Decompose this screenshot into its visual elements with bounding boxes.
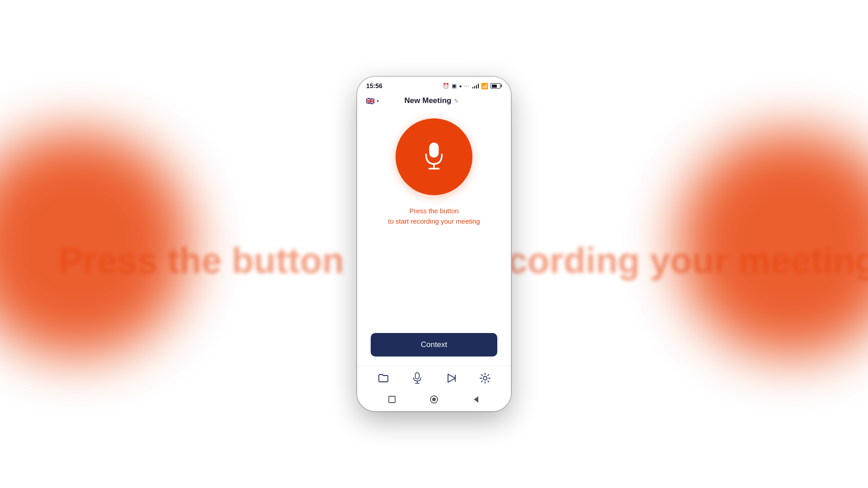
signal-bar-1	[472, 87, 474, 89]
app-header: 🇬🇧 ▾ New Meeting ✎	[357, 92, 511, 109]
nav-settings[interactable]	[474, 371, 496, 386]
nav-files[interactable]	[372, 371, 395, 386]
flag-icon: 🇬🇧	[365, 96, 375, 106]
language-selector[interactable]: 🇬🇧 ▾	[365, 96, 379, 106]
svg-point-8	[483, 376, 487, 380]
back-icon	[472, 395, 480, 404]
edit-icon[interactable]: ✎	[454, 98, 459, 104]
chevron-down-icon: ▾	[377, 99, 379, 103]
dot-icon: ●	[459, 84, 462, 89]
signal-bar-2	[474, 86, 476, 89]
signal-bars	[472, 83, 479, 89]
svg-rect-3	[415, 373, 419, 379]
meeting-title: New Meeting	[405, 96, 452, 105]
android-back-btn[interactable]	[470, 393, 482, 406]
mic-nav-icon	[411, 372, 423, 384]
square-icon	[388, 395, 396, 404]
svg-point-11	[432, 398, 436, 401]
blurred-text-left: Press the button	[59, 240, 344, 282]
battery-icon	[491, 83, 502, 89]
status-time: 15:56	[366, 82, 382, 89]
status-bar: 15:56 ⏰ ▣ ● ··· 📶	[357, 77, 511, 92]
android-square-btn[interactable]	[386, 393, 398, 406]
android-nav	[357, 389, 511, 411]
play-icon	[445, 372, 457, 384]
alarm-icon: ⏰	[443, 83, 449, 89]
svg-rect-9	[389, 396, 395, 403]
svg-rect-0	[429, 143, 439, 158]
wifi-icon: 📶	[481, 83, 488, 89]
nav-play[interactable]	[440, 371, 462, 386]
signal-bar-3	[476, 85, 477, 89]
android-circle-btn[interactable]	[428, 393, 440, 406]
nav-record[interactable]	[406, 371, 429, 386]
svg-marker-6	[448, 374, 455, 382]
bottom-nav	[357, 366, 511, 389]
folder-icon	[377, 372, 389, 384]
svg-marker-12	[474, 396, 478, 403]
context-button[interactable]: Context	[371, 333, 497, 357]
blurred-text-right: recording your meeting	[473, 240, 868, 282]
circle-icon	[429, 395, 439, 404]
status-icons: ⏰ ▣ ● ··· 📶	[443, 83, 502, 89]
phone-frame: 15:56 ⏰ ▣ ● ··· 📶 🇬🇧	[357, 77, 511, 411]
signal-bar-4	[478, 84, 479, 89]
flag-emoji: 🇬🇧	[366, 97, 375, 105]
instruction-text: Press the button to start recording your…	[388, 206, 480, 226]
meeting-title-area: New Meeting ✎	[405, 96, 459, 105]
mic-icon	[418, 141, 450, 173]
mic-button[interactable]	[396, 118, 472, 195]
main-content: Press the button to start recording your…	[357, 109, 511, 366]
gear-icon	[479, 372, 491, 384]
more-icon: ···	[464, 83, 470, 89]
instruction-line2: to start recording your meeting	[388, 216, 480, 227]
instruction-line1: Press the button	[388, 206, 480, 216]
screen-icon: ▣	[452, 83, 457, 89]
